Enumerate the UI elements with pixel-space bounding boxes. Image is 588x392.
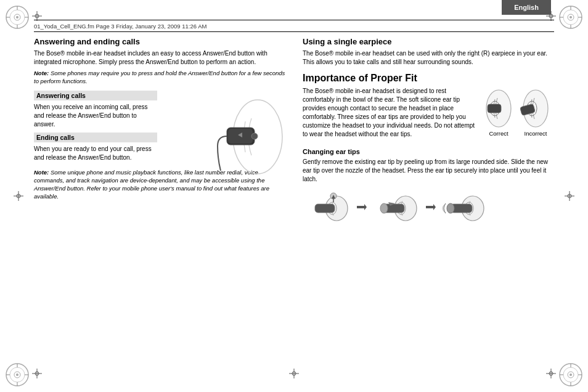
svg-marker-56 [357,204,367,210]
ear-tip-step3 [441,190,490,224]
proper-fit-title: Importance of Proper Fit [303,73,554,84]
language-tab: English [502,0,551,15]
ear-illustrations: Correct Incorre [480,87,554,142]
incorrect-ear: Incorrect [520,87,552,137]
proper-fit-content: The Bose® mobile in-ear headset is desig… [303,87,554,142]
ear-tip-arrow2 [425,201,437,213]
corner-decoration-br [558,362,583,387]
svg-marker-62 [426,204,436,210]
crosshair-ml [14,191,23,201]
svg-point-60 [380,203,388,213]
ear-images-row: Correct Incorre [483,87,552,137]
changing-ear-tips-title: Changing ear tips [303,148,554,155]
left-column: Answering and ending calls The Bose® mob… [34,37,285,358]
ear-tip-arrow [356,201,368,213]
single-earpiece-section: Using a single earpiece The Bose® mobile… [303,37,554,67]
note1: Note: Some phones may require you to pre… [34,70,285,86]
correct-ear: Correct [483,87,515,137]
ear-tip-illustrations [303,190,554,224]
svg-point-27 [570,374,572,376]
crosshair-bl [32,369,42,378]
phone-illustration [202,84,288,177]
single-earpiece-body: The Bose® mobile in-ear headset can be u… [303,49,554,67]
incorrect-label: Incorrect [525,130,547,137]
proper-fit-section: Importance of Proper Fit The Bose® mobil… [303,73,554,142]
ending-calls-title: Ending calls [34,133,157,142]
crosshair-mr [565,191,574,201]
svg-point-66 [447,203,454,213]
answering-title: Answering and ending calls [34,37,285,46]
svg-rect-51 [315,204,335,213]
language-label: English [514,4,539,11]
svg-point-11 [570,16,572,18]
single-earpiece-title: Using a single earpiece [303,37,554,46]
corner-decoration-tr [558,5,583,30]
correct-label: Correct [489,130,508,137]
changing-ear-tips-section: Changing ear tips Gently remove the exis… [303,148,554,224]
crosshair-bc [289,369,299,378]
proper-fit-text-area: The Bose® mobile in-ear headset is desig… [303,87,475,142]
svg-point-41 [251,133,258,139]
note1-text: Some phones may require you to press and… [34,70,285,84]
ear-tip-step2 [372,190,421,224]
corner-decoration-tl [5,5,30,30]
ending-calls-body: When you are ready to end your call, pre… [34,145,157,162]
right-column: Using a single earpiece The Bose® mobile… [303,37,554,358]
corner-decoration-bl [5,362,30,387]
proper-fit-body: The Bose® mobile in-ear headset is desig… [303,87,475,139]
answering-section: Answering and ending calls The Bose® mob… [34,37,285,86]
subsections-area: Answering calls When you receive an inco… [34,91,285,162]
svg-rect-45 [488,104,501,113]
ear-tip-step1 [303,190,352,224]
answering-body: The Bose® mobile in-ear headset includes… [34,49,285,67]
note2-label: Note: [34,169,49,176]
note1-label: Note: [34,70,49,76]
changing-ear-tips-body: Gently remove the existing ear tip by pe… [303,158,554,184]
crosshair-br [546,369,556,378]
svg-point-19 [16,374,18,376]
answering-calls-title: Answering calls [34,91,157,100]
svg-point-3 [16,16,18,18]
page-header-text: 01_Yoda_Cell_ENG.fm Page 3 Friday, Janua… [34,23,206,30]
answering-calls-body: When you receive an incoming call, press… [34,103,157,129]
